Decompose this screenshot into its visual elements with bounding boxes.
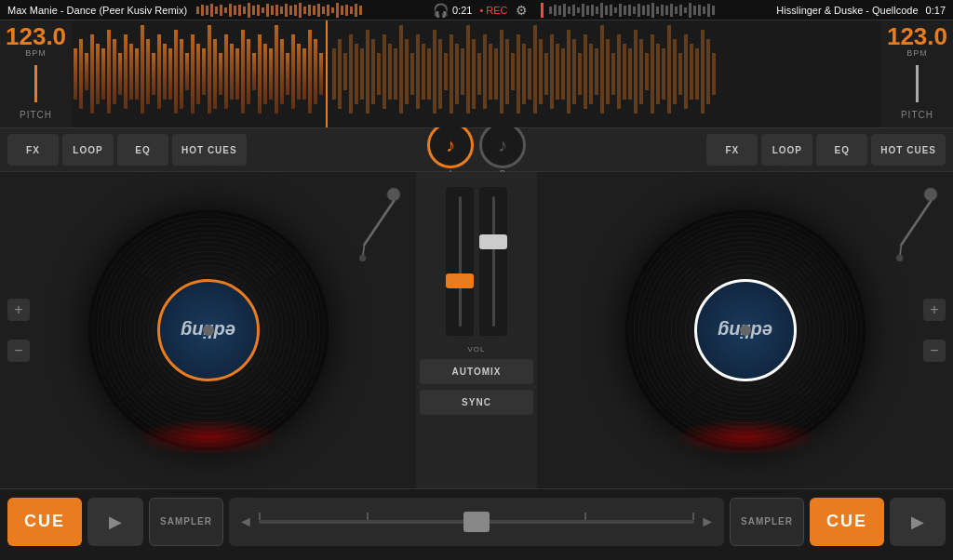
svg-rect-42 (572, 5, 575, 16)
svg-rect-39 (558, 6, 561, 15)
right-play-button[interactable]: ▶ (890, 498, 946, 546)
svg-rect-160 (561, 48, 565, 100)
left-cue-button[interactable]: CUE (7, 498, 82, 546)
deck-a-wrapper: ♪ A (427, 122, 474, 178)
crossfader-container[interactable]: ◄ ► (229, 498, 724, 546)
left-bpm-value: 123.0 (6, 24, 66, 48)
crossfader-thumb[interactable] (463, 512, 490, 532)
svg-rect-19 (285, 4, 288, 17)
svg-rect-105 (247, 39, 250, 104)
right-fx-button[interactable]: FX (706, 134, 758, 166)
right-fader-thumb[interactable] (479, 234, 507, 249)
svg-rect-0 (196, 7, 199, 14)
svg-rect-81 (113, 39, 116, 104)
svg-rect-84 (129, 44, 133, 100)
right-track-name: Hisslinger & Duske - Quellcode (776, 5, 918, 16)
svg-rect-139 (444, 53, 448, 90)
right-hotcues-button[interactable]: HOT CUES (871, 134, 946, 166)
left-play-button[interactable]: ▶ (87, 498, 143, 546)
deck-b-button[interactable]: ♪ (479, 122, 526, 168)
svg-rect-69 (698, 5, 701, 16)
right-sampler-button[interactable]: SAMPLER (730, 498, 804, 546)
svg-rect-181 (678, 53, 682, 95)
svg-rect-154 (528, 48, 531, 100)
svg-rect-120 (338, 39, 342, 109)
svg-rect-166 (595, 48, 598, 95)
vol-label: VOL (467, 345, 485, 353)
svg-rect-185 (701, 30, 705, 113)
settings-icon[interactable]: ⚙ (516, 3, 528, 18)
svg-rect-169 (611, 53, 615, 95)
left-loop-button[interactable]: LOOP (62, 134, 114, 166)
svg-rect-151 (511, 53, 515, 90)
right-loop-button[interactable]: LOOP (761, 134, 812, 166)
svg-rect-179 (667, 25, 671, 113)
svg-rect-66 (684, 7, 687, 13)
right-turntable[interactable]: edling (624, 209, 866, 451)
svg-rect-76 (85, 53, 88, 90)
svg-rect-26 (317, 4, 320, 17)
svg-rect-132 (405, 39, 409, 104)
svg-rect-79 (101, 48, 105, 100)
left-fader-thumb[interactable] (446, 273, 474, 288)
svg-rect-97 (202, 48, 206, 95)
svg-rect-91 (168, 48, 172, 100)
svg-rect-159 (556, 44, 559, 100)
waveform-center[interactable] (72, 20, 881, 127)
right-play-icon: ▶ (911, 512, 924, 532)
crossfader-track[interactable] (259, 520, 694, 524)
svg-rect-89 (157, 34, 161, 109)
svg-rect-107 (258, 34, 262, 113)
right-eq-button[interactable]: EQ (816, 134, 867, 166)
left-hotcues-button[interactable]: HOT CUES (172, 134, 247, 166)
svg-rect-127 (377, 53, 381, 95)
svg-rect-56 (638, 4, 640, 17)
svg-rect-29 (331, 7, 334, 13)
right-pitch-plus[interactable]: + (923, 299, 946, 321)
svg-rect-80 (107, 30, 111, 113)
right-cue-button[interactable]: CUE (810, 498, 884, 546)
right-channel-fader[interactable] (479, 187, 507, 336)
right-spindle (740, 325, 751, 336)
left-play-icon: ▶ (109, 512, 122, 532)
right-bpm-unit: BPM (906, 48, 928, 58)
right-pitch-label: PITCH (901, 110, 933, 124)
svg-rect-101 (224, 34, 228, 109)
sync-button[interactable]: SYNC (420, 390, 533, 415)
svg-rect-67 (689, 3, 691, 18)
left-pitch-plus[interactable]: + (7, 299, 30, 321)
svg-rect-171 (623, 44, 626, 100)
svg-rect-165 (589, 44, 593, 104)
svg-rect-87 (146, 39, 150, 104)
right-deck: edling + − (537, 172, 953, 488)
svg-rect-134 (416, 34, 420, 109)
svg-rect-138 (438, 39, 442, 109)
headphone-icon: 🎧 (433, 3, 449, 18)
mixer: VOL AUTOMIX SYNC (416, 172, 537, 488)
svg-rect-45 (586, 6, 589, 15)
left-sampler-button[interactable]: SAMPLER (149, 498, 223, 546)
left-eq-button[interactable]: EQ (117, 134, 168, 166)
svg-rect-34 (355, 4, 357, 17)
svg-rect-129 (388, 44, 392, 100)
left-turntable[interactable]: edling (87, 209, 329, 451)
right-pitch-minus[interactable]: − (923, 340, 946, 362)
svg-rect-77 (90, 34, 94, 113)
automix-button[interactable]: AUTOMIX (420, 359, 533, 384)
svg-rect-40 (563, 4, 566, 17)
svg-rect-54 (628, 5, 631, 16)
svg-rect-78 (96, 44, 100, 104)
left-pitch-minus[interactable]: − (7, 340, 30, 362)
svg-rect-145 (477, 53, 481, 95)
svg-rect-175 (645, 53, 649, 90)
svg-rect-183 (690, 44, 693, 100)
svg-rect-161 (567, 30, 570, 113)
svg-rect-68 (693, 6, 696, 15)
left-fx-button[interactable]: FX (7, 134, 59, 166)
svg-rect-28 (327, 5, 329, 16)
left-channel-fader[interactable] (446, 187, 474, 336)
svg-rect-95 (191, 34, 195, 113)
deck-a-button[interactable]: ♪ (427, 122, 474, 168)
left-timer: 0:21 (452, 5, 472, 16)
svg-rect-70 (703, 7, 705, 14)
